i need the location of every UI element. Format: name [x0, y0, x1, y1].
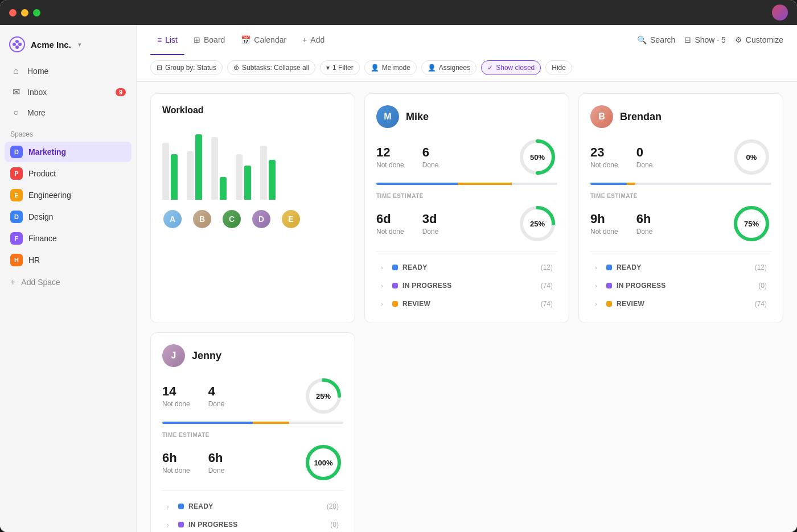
me-mode-icon: 👤: [371, 64, 379, 72]
person-card-mike: M Mike 12 Not done 6 Done: [364, 93, 569, 323]
search-label: Search: [650, 35, 675, 44]
svg-point-2: [18, 43, 22, 46]
person-card-brendan: B Brendan 23 Not done 0 Done: [578, 93, 783, 323]
jenny-time-not-done-value: 6h: [162, 451, 190, 465]
filter-hide[interactable]: Hide: [545, 60, 572, 75]
jenny-progress-bar: [162, 422, 343, 424]
mike-status-ready[interactable]: › READY (12): [376, 260, 557, 275]
brendan-time-done-value: 6h: [636, 212, 653, 226]
show-icon: ⊟: [684, 35, 691, 44]
brendan-progress-bar: [590, 183, 771, 185]
filter-assignees[interactable]: 👤 Assignees: [421, 60, 476, 75]
assignees-icon: 👤: [428, 64, 436, 72]
status-count: (74): [541, 282, 553, 290]
sidebar-item-label: Inbox: [27, 88, 47, 97]
chevron-icon: ›: [595, 282, 602, 289]
status-count: (12): [755, 263, 767, 271]
space-icon-hr: H: [10, 254, 23, 266]
filter-show-closed[interactable]: ✓ Show closed: [481, 60, 541, 75]
space-item-design[interactable]: D Design: [5, 207, 132, 227]
filter-icon: ▾: [326, 64, 330, 72]
jenny-pb-yellow: [253, 422, 289, 424]
tab-calendar[interactable]: 📅 Calendar: [234, 32, 293, 48]
filter-subtasks[interactable]: ⊕ Subtasks: Collapse all: [227, 60, 315, 75]
mike-not-done: 12 Not done: [376, 145, 404, 169]
search-button[interactable]: 🔍 Search: [637, 35, 675, 44]
mike-not-done-value: 12: [376, 145, 404, 160]
space-icon-product: P: [10, 167, 23, 180]
space-item-product[interactable]: P Product: [5, 163, 132, 184]
space-item-finance[interactable]: F Finance: [5, 228, 132, 249]
show-closed-icon: ✓: [487, 64, 493, 72]
brendan-time-label: TIME ESTIMATE: [590, 193, 771, 199]
workload-avatar-2: B: [192, 209, 212, 229]
jenny-not-done-value: 14: [162, 384, 190, 399]
chevron-icon: ›: [595, 264, 602, 271]
chevron-icon: ›: [167, 503, 174, 510]
tab-bar: ≡ List ⊞ Board 📅 Calendar + Add: [137, 25, 797, 55]
bar-gray: [162, 143, 169, 200]
filter-count[interactable]: ▾ 1 Filter: [320, 60, 360, 75]
add-space-button[interactable]: + Add Space: [0, 273, 136, 292]
sidebar-item-home[interactable]: ⌂ Home: [5, 61, 132, 81]
brendan-status-review[interactable]: › REVIEW (74): [590, 296, 771, 311]
customize-button[interactable]: ⚙ Customize: [735, 35, 783, 44]
tab-list[interactable]: ≡ List: [150, 32, 184, 48]
spaces-label: Spaces: [0, 122, 136, 142]
tab-label: Calendar: [254, 35, 286, 44]
user-avatar[interactable]: [772, 5, 788, 20]
calendar-icon: 📅: [241, 35, 250, 44]
bar-group-5: [260, 131, 276, 200]
maximize-button[interactable]: [33, 9, 40, 17]
mike-time-done-label: Done: [422, 228, 439, 236]
filter-group-status[interactable]: ⊟ Group by: Status: [150, 60, 223, 75]
mike-not-done-label: Not done: [376, 161, 404, 169]
jenny-time-label: TIME ESTIMATE: [162, 432, 343, 438]
jenny-status-inprogress[interactable]: › IN PROGRESS (0): [162, 517, 343, 532]
tab-add[interactable]: + Add: [295, 32, 331, 48]
space-item-hr[interactable]: H HR: [5, 250, 132, 270]
jenny-pb-blue: [162, 422, 253, 424]
filter-me-mode[interactable]: 👤 Me mode: [364, 60, 417, 75]
brendan-time-stats: 9h Not done 6h Done: [590, 204, 771, 244]
workload-avatar-3: C: [221, 209, 242, 229]
brendan-pb-yellow: [627, 183, 636, 185]
chevron-icon: ›: [595, 300, 602, 307]
chevron-icon: ›: [167, 521, 174, 528]
jenny-percent: 25%: [316, 392, 331, 401]
brand[interactable]: Acme Inc. ▾: [0, 32, 136, 61]
chevron-icon: ›: [381, 300, 388, 307]
mike-status-inprogress[interactable]: › IN PROGRESS (74): [376, 278, 557, 293]
jenny-done-label: Done: [208, 400, 225, 408]
show-button[interactable]: ⊟ Show · 5: [684, 35, 725, 44]
bar-gray: [187, 151, 194, 200]
traffic-lights: [9, 9, 40, 17]
main-area: ≡ List ⊞ Board 📅 Calendar + Add: [137, 25, 797, 532]
mike-pb-yellow: [458, 183, 512, 185]
status-name: REVIEW: [402, 300, 536, 308]
sidebar-item-inbox[interactable]: ✉ Inbox 9: [5, 82, 132, 102]
space-label: Finance: [28, 234, 57, 243]
svg-point-1: [13, 43, 16, 46]
brendan-done: 0 Done: [636, 145, 653, 169]
brand-chevron-icon: ▾: [78, 41, 81, 48]
space-label: Design: [28, 212, 54, 221]
minimize-button[interactable]: [21, 9, 28, 17]
space-item-engineering[interactable]: E Engineering: [5, 185, 132, 205]
brendan-status-ready[interactable]: › READY (12): [590, 260, 771, 275]
mike-progress-bar: [376, 183, 557, 185]
space-label: HR: [28, 255, 40, 265]
group-status-icon: ⊟: [157, 64, 162, 72]
mike-status-review[interactable]: › REVIEW (74): [376, 296, 557, 311]
mike-done-value: 6: [422, 145, 439, 160]
brendan-done-label: Done: [636, 161, 653, 169]
tab-board[interactable]: ⊞ Board: [187, 32, 232, 48]
sidebar-item-label: More: [27, 108, 46, 117]
space-label: Engineering: [28, 191, 71, 200]
brendan-status-inprogress[interactable]: › IN PROGRESS (0): [590, 278, 771, 293]
space-item-marketing[interactable]: D Marketing: [5, 142, 132, 162]
sidebar-item-more[interactable]: ○ More: [5, 103, 132, 122]
jenny-status-ready[interactable]: › READY (28): [162, 499, 343, 514]
mike-time-not-done-value: 6d: [376, 212, 404, 226]
close-button[interactable]: [9, 9, 17, 17]
